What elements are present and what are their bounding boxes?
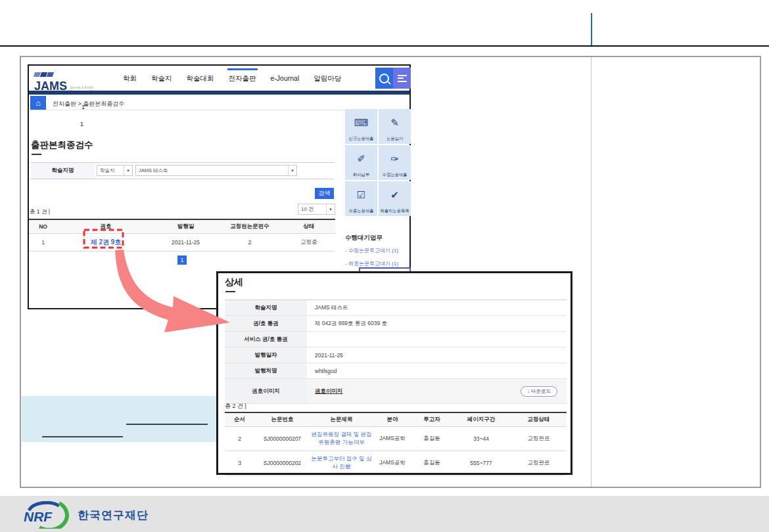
article-total: 총 2 건 | xyxy=(225,402,246,410)
journal-name-label: 학술지명 xyxy=(31,163,95,179)
pencil-bulb-icon: ✎ xyxy=(390,109,399,136)
col-field: 분야 xyxy=(373,412,412,427)
page-title: 출판본최종검수 xyxy=(31,139,93,151)
note-blank-line-1 xyxy=(126,424,208,425)
detail-row-cover-image: 권호이미지 권호이미지 ↓ 다운로드 xyxy=(225,379,567,404)
table-header-row: NO 권호 발행일 교정된논문편수 상태 xyxy=(29,219,335,234)
col-article-title: 논문제목 xyxy=(310,412,373,427)
menu-button[interactable] xyxy=(393,68,411,89)
detail-row-volume: 권/호 통권제 042권 869호 통권 6039 호 xyxy=(225,316,567,332)
pagination-page-1[interactable]: 1 xyxy=(177,255,187,265)
col-order: 순서 xyxy=(225,412,254,427)
checkbox-faces-icon: ☑ xyxy=(357,181,365,208)
annotation-artifact-2: 1 xyxy=(80,121,83,127)
svg-text:NRF: NRF xyxy=(24,509,53,524)
nrf-org-name: 한국연구재단 xyxy=(78,508,149,523)
detail-row-journal: 학술지명JAMS 테스트 xyxy=(225,299,567,316)
jams-main-nav: 학회 학술지 학술대회 전자출판 e-Journal 알림마당 xyxy=(123,74,341,83)
quickmenu-article-list[interactable]: ✔학술지논문목록 xyxy=(379,181,411,216)
nav-haksulji[interactable]: 학술지 xyxy=(151,74,172,83)
articles-header-row: 순서 논문번호 논문제목 분야 투고자 페이지구간 교정상태 xyxy=(225,412,567,427)
page-size-select[interactable]: 10 건▼ xyxy=(298,204,335,215)
col-status: 상태 xyxy=(283,219,335,234)
nrf-logo: NRF 한국연구재단 xyxy=(21,501,149,529)
jams-logo[interactable]: JAMS Journal & ArticleManagement System xyxy=(34,68,101,93)
journal-type-select[interactable]: 학술지▼ xyxy=(97,165,133,176)
nav-ejournal[interactable]: e-Journal xyxy=(271,74,300,83)
home-button[interactable]: ⌂ xyxy=(30,96,46,110)
result-total: 총 1 건 | xyxy=(30,208,50,216)
chevron-down-icon: ▼ xyxy=(124,166,132,175)
nav-hakhoe[interactable]: 학회 xyxy=(123,74,137,83)
articles-table: 순서 논문번호 논문제목 분야 투고자 페이지구간 교정상태 2 SJ00000… xyxy=(225,412,567,476)
popup-title: 상세 xyxy=(225,277,243,288)
quill-paper-icon: ✐ xyxy=(357,145,365,172)
page-title-underline xyxy=(32,154,41,155)
detail-row-service-volume: 서비스 권/호 통권 xyxy=(225,332,567,347)
jams-logo-diamonds-icon xyxy=(34,68,101,79)
issue-detail-table: 학술지명JAMS 테스트 권/호 통권제 042권 869호 통권 6039 호… xyxy=(225,299,567,404)
breadcrumb[interactable]: 전자출판 > 출판본최종검수 xyxy=(53,100,124,108)
quickmenu-new-submission[interactable]: ⌨신규논문제출 xyxy=(345,109,377,144)
popup-title-underline xyxy=(225,291,235,292)
search-icon-button[interactable] xyxy=(375,68,393,89)
chevron-down-icon: ▼ xyxy=(288,166,296,175)
home-icon: ⌂ xyxy=(35,99,40,108)
download-button[interactable]: ↓ 다운로드 xyxy=(521,386,557,397)
search-icon xyxy=(379,74,389,83)
content-frame-divider xyxy=(591,57,592,487)
nav-haksuldaehoe[interactable]: 학술대회 xyxy=(187,74,214,83)
pending-tasks-title: 수행대기업무 xyxy=(345,234,383,242)
article-row: 3 SJ0000000202 논문투고부터 접수 및 심사 진행 JAMS공학 … xyxy=(225,451,567,476)
article-row: 2 SJ0000000207 편집위원장 결재 및 편집위원총평 가능여부 JA… xyxy=(225,427,567,451)
nav-allimmadang[interactable]: 알림마당 xyxy=(314,74,341,83)
journal-select[interactable]: JAMS 테스트▼ xyxy=(135,165,297,176)
table-row: 1 제 2권 9호 2021-11-25 2 교정중 xyxy=(29,234,335,252)
col-no: NO xyxy=(29,219,57,234)
checklist-icon: ✔ xyxy=(390,181,399,208)
cell-count: 2 xyxy=(217,234,283,252)
article-title-link[interactable]: 논문투고부터 접수 및 심사 진행 xyxy=(311,455,371,470)
memo-pencil-icon: ✑ xyxy=(390,145,399,172)
col-pages: 페이지구간 xyxy=(452,412,511,427)
quickmenu-review[interactable]: ✎논문심사 xyxy=(379,109,411,144)
annotation-artifact-1: 1 xyxy=(82,104,85,110)
detail-popup: 상세 학술지명JAMS 테스트 권/호 통권제 042권 869호 통권 603… xyxy=(216,271,572,475)
col-date: 발행일 xyxy=(154,219,217,234)
note-blank-line-2 xyxy=(42,436,123,437)
manual-page: JAMS Journal & ArticleManagement System … xyxy=(0,0,769,532)
active-nav-bar xyxy=(227,68,258,70)
quickmenu-fee-payment[interactable]: ✐회비납부 xyxy=(345,145,377,180)
cover-image-link[interactable]: 권호이미지 xyxy=(315,388,343,395)
nav-underline-strip xyxy=(29,91,409,95)
issues-table: NO 권호 발행일 교정된논문편수 상태 1 제 2권 9호 2021-11-2… xyxy=(29,219,335,252)
chevron-down-icon: ▼ xyxy=(326,204,335,214)
article-title-link[interactable]: 편집위원장 결재 및 편집위원총평 가능여부 xyxy=(311,431,371,445)
hamburger-icon xyxy=(398,73,407,83)
col-article-no: 논문번호 xyxy=(254,412,310,427)
cell-date: 2021-11-25 xyxy=(154,234,217,252)
header-column-divider xyxy=(591,13,592,45)
footer-bar: NRF 한국연구재단 xyxy=(0,496,769,532)
col-count: 교정된논문편수 xyxy=(217,219,283,234)
col-issue: 권호 xyxy=(57,219,154,234)
keyboard-icon: ⌨ xyxy=(354,109,369,136)
nav-jeonjachulpan-active[interactable]: 전자출판 xyxy=(229,74,256,83)
quickmenu-revised-submission[interactable]: ✑수정논문제출 xyxy=(379,145,411,180)
col-author: 투고자 xyxy=(412,412,452,427)
quick-menu: ⌨신규논문제출 ✎논문심사 ✐회비납부 ✑수정논문제출 ☑최종논문제출 ✔학술지… xyxy=(345,109,411,216)
quickmenu-final-submission[interactable]: ☑최종논문제출 xyxy=(345,181,377,216)
col-proof-status: 교정상태 xyxy=(511,412,567,427)
header-rule xyxy=(0,45,769,47)
pending-task-final[interactable]: - 최종논문투고대기 (1) xyxy=(345,260,398,267)
cell-status: 교정중 xyxy=(283,234,335,252)
issue-link[interactable]: 제 2권 9호 xyxy=(91,238,122,246)
search-button[interactable]: 검색 xyxy=(315,188,334,199)
note-callout xyxy=(22,396,217,442)
nrf-logo-icon: NRF xyxy=(21,501,71,529)
cell-no: 1 xyxy=(29,234,57,252)
detail-row-pubdate: 발행일자2021-11-25 xyxy=(225,347,567,363)
pending-task-revised[interactable]: - 수정논문투고대기 (1) xyxy=(345,247,398,254)
detail-row-publisher: 발행처명whtlsgod xyxy=(225,363,567,379)
